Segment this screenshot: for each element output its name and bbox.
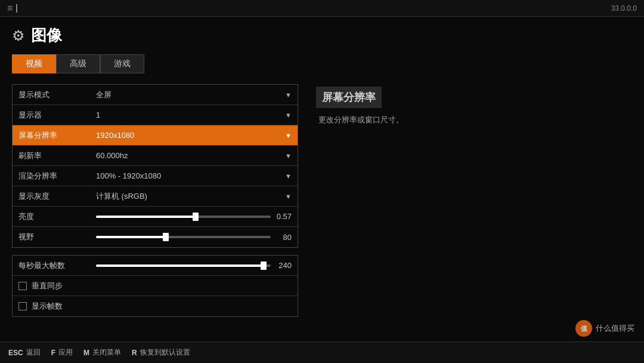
label-render-resolution: 渲染分辨率 (18, 171, 96, 182)
esc-key: ESC (8, 349, 23, 357)
show-fps-label: 显示帧数 (32, 301, 63, 312)
maxfps-value: 240 (271, 261, 292, 270)
fov-track (96, 236, 271, 238)
tab-advanced[interactable]: 高级 (56, 54, 100, 73)
label-refresh-rate: 刷新率 (18, 150, 96, 161)
hotkey-m: M 关闭菜单 (83, 347, 121, 358)
brightness-value: 0.57 (271, 212, 292, 221)
m-label: 关闭菜单 (92, 347, 121, 358)
settings-panel: 显示模式 全屏 ▼ 显示器 1 ▼ 屏幕分辨率 (12, 84, 298, 317)
dropdown-arrow-gamma: ▼ (285, 193, 292, 200)
brightness-fill (96, 216, 196, 218)
value-fov: 80 (96, 233, 292, 242)
setting-display-mode[interactable]: 显示模式 全屏 ▼ (13, 85, 298, 105)
r-label: 恢复到默认设置 (140, 347, 190, 358)
setting-resolution[interactable]: 屏幕分辨率 1920x1080 ▼ (13, 125, 298, 146)
setting-brightness[interactable]: 亮度 0.57 (13, 207, 298, 227)
maxfps-section: 每秒最大帧数 240 垂直同步 (12, 255, 298, 317)
spacer (12, 248, 298, 255)
value-maxfps: 240 (96, 261, 292, 270)
vsync-label: 垂直同步 (32, 281, 63, 291)
watermark-text: 什么值得买 (596, 323, 634, 334)
top-bar: ≡ 33.0.0.0 (0, 0, 644, 17)
vsync-checkbox[interactable] (18, 282, 27, 290)
value-monitor: 1 ▼ (96, 110, 292, 119)
fov-fill (96, 236, 166, 238)
value-brightness: 0.57 (96, 212, 292, 221)
label-gamma: 显示灰度 (18, 191, 96, 202)
value-refresh-rate: 60.000hz ▼ (96, 151, 292, 160)
maxfps-track (96, 264, 271, 267)
settings-table: 显示模式 全屏 ▼ 显示器 1 ▼ 屏幕分辨率 (12, 84, 298, 248)
f-label: 应用 (58, 347, 73, 358)
esc-label: 返回 (26, 347, 41, 358)
info-title: 屏幕分辨率 (316, 87, 382, 108)
dropdown-arrow-render-resolution: ▼ (285, 173, 292, 180)
brightness-track (96, 216, 271, 218)
maxfps-slider[interactable] (96, 264, 271, 267)
page-title: 图像 (31, 25, 62, 46)
content-columns: 显示模式 全屏 ▼ 显示器 1 ▼ 屏幕分辨率 (12, 84, 632, 317)
watermark-icon: 值 (575, 320, 592, 337)
dropdown-arrow-display-mode: ▼ (285, 91, 292, 99)
main-area: ⚙ 图像 视频 高级 游戏 显示模式 全屏 ▼ 显 (0, 17, 644, 342)
info-panel: 屏幕分辨率 更改分辨率或窗口尺寸。 (316, 84, 632, 317)
brightness-slider[interactable] (96, 216, 271, 218)
menu-icon: ≡ (7, 3, 13, 14)
page-header: ⚙ 图像 (12, 25, 632, 46)
bottom-bar: ESC 返回 F 应用 M 关闭菜单 R 恢复到默认设置 (0, 342, 644, 363)
setting-show-fps[interactable]: 显示帧数 (13, 296, 298, 316)
f-key: F (51, 349, 55, 357)
info-description: 更改分辨率或窗口尺寸。 (316, 114, 632, 127)
value-display-mode: 全屏 ▼ (96, 90, 292, 100)
setting-gamma[interactable]: 显示灰度 计算机 (sRGB) ▼ (13, 186, 298, 207)
hotkey-f: F 应用 (51, 347, 73, 358)
hotkey-r: R 恢复到默认设置 (132, 347, 190, 358)
setting-refresh-rate[interactable]: 刷新率 60.000hz ▼ (13, 146, 298, 166)
label-fov: 视野 (18, 232, 96, 242)
brightness-thumb (193, 213, 199, 221)
tab-game[interactable]: 游戏 (100, 54, 144, 73)
fov-slider[interactable] (96, 236, 271, 238)
dropdown-arrow-resolution: ▼ (285, 132, 292, 139)
setting-render-resolution[interactable]: 渲染分辨率 100% - 1920x1080 ▼ (13, 166, 298, 186)
hotkey-esc: ESC 返回 (8, 347, 41, 358)
label-brightness: 亮度 (18, 211, 96, 222)
dropdown-arrow-monitor: ▼ (285, 112, 292, 119)
fov-value: 80 (271, 233, 292, 242)
value-resolution: 1920x1080 ▼ (96, 131, 292, 140)
tabs-container: 视频 高级 游戏 (12, 54, 632, 73)
version-label: 33.0.0.0 (611, 4, 637, 13)
fov-thumb (163, 233, 169, 241)
show-fps-checkbox[interactable] (18, 302, 27, 310)
label-resolution: 屏幕分辨率 (18, 130, 96, 141)
tab-video[interactable]: 视频 (12, 54, 56, 73)
value-gamma: 计算机 (sRGB) ▼ (96, 191, 292, 202)
setting-fov[interactable]: 视野 80 (13, 227, 298, 247)
setting-maxfps[interactable]: 每秒最大帧数 240 (13, 256, 298, 276)
gear-icon: ⚙ (12, 27, 25, 44)
top-bar-left: ≡ (7, 3, 17, 14)
maxfps-thumb (261, 262, 267, 270)
watermark: 值 什么值得买 (575, 320, 634, 337)
label-maxfps: 每秒最大帧数 (18, 260, 96, 271)
m-key: M (83, 349, 89, 357)
label-monitor: 显示器 (18, 110, 96, 121)
setting-vsync[interactable]: 垂直同步 (13, 276, 298, 296)
r-key: R (132, 349, 137, 357)
label-display-mode: 显示模式 (18, 90, 96, 100)
dropdown-arrow-refresh-rate: ▼ (285, 152, 292, 159)
top-bar-divider (16, 4, 17, 13)
value-render-resolution: 100% - 1920x1080 ▼ (96, 171, 292, 180)
setting-monitor[interactable]: 显示器 1 ▼ (13, 105, 298, 125)
maxfps-fill (96, 264, 264, 267)
